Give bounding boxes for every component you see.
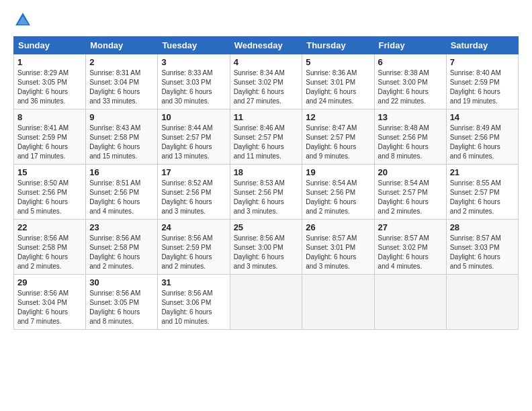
calendar-cell: 16Sunrise: 8:51 AM Sunset: 2:56 PM Dayli… <box>86 165 158 220</box>
day-info: Sunrise: 8:49 AM Sunset: 2:56 PM Dayligh… <box>450 124 515 161</box>
calendar-header-row: SundayMondayTuesdayWednesdayThursdayFrid… <box>14 37 519 54</box>
weekday-header-saturday: Saturday <box>446 37 518 54</box>
day-info: Sunrise: 8:50 AM Sunset: 2:56 PM Dayligh… <box>17 179 82 216</box>
day-info: Sunrise: 8:36 AM Sunset: 3:01 PM Dayligh… <box>306 68 370 106</box>
day-info: Sunrise: 8:57 AM Sunset: 3:01 PM Dayligh… <box>306 234 370 271</box>
calendar-cell: 8Sunrise: 8:41 AM Sunset: 2:59 PM Daylig… <box>14 109 86 165</box>
day-info: Sunrise: 8:52 AM Sunset: 2:56 PM Dayligh… <box>161 179 226 216</box>
calendar-cell: 5Sunrise: 8:36 AM Sunset: 3:01 PM Daylig… <box>302 54 374 109</box>
calendar-cell: 22Sunrise: 8:56 AM Sunset: 2:58 PM Dayli… <box>14 220 86 275</box>
calendar-cell: 14Sunrise: 8:49 AM Sunset: 2:56 PM Dayli… <box>446 109 518 165</box>
day-number: 15 <box>17 167 82 177</box>
day-number: 7 <box>450 57 515 67</box>
day-info: Sunrise: 8:31 AM Sunset: 3:04 PM Dayligh… <box>89 68 154 106</box>
calendar-cell: 1Sunrise: 8:29 AM Sunset: 3:05 PM Daylig… <box>14 54 86 109</box>
day-number: 13 <box>378 112 443 122</box>
day-info: Sunrise: 8:48 AM Sunset: 2:56 PM Dayligh… <box>378 124 443 161</box>
day-number: 5 <box>306 57 370 67</box>
calendar-cell: 10Sunrise: 8:44 AM Sunset: 2:57 PM Dayli… <box>158 109 230 165</box>
calendar-week-5: 29Sunrise: 8:56 AM Sunset: 3:04 PM Dayli… <box>14 275 519 330</box>
day-info: Sunrise: 8:51 AM Sunset: 2:56 PM Dayligh… <box>89 179 154 216</box>
day-info: Sunrise: 8:41 AM Sunset: 2:59 PM Dayligh… <box>17 124 82 161</box>
day-number: 26 <box>306 222 370 232</box>
calendar-cell <box>374 275 446 330</box>
day-number: 29 <box>17 277 82 287</box>
day-number: 24 <box>161 222 226 232</box>
weekday-header-friday: Friday <box>374 37 446 54</box>
day-info: Sunrise: 8:40 AM Sunset: 2:59 PM Dayligh… <box>450 68 515 106</box>
day-number: 2 <box>89 57 154 67</box>
calendar-cell: 21Sunrise: 8:55 AM Sunset: 2:57 PM Dayli… <box>446 165 518 220</box>
calendar-week-1: 1Sunrise: 8:29 AM Sunset: 3:05 PM Daylig… <box>14 54 519 109</box>
day-info: Sunrise: 8:53 AM Sunset: 2:56 PM Dayligh… <box>234 179 299 216</box>
day-number: 31 <box>161 277 226 287</box>
calendar-cell: 17Sunrise: 8:52 AM Sunset: 2:56 PM Dayli… <box>158 165 230 220</box>
calendar-week-3: 15Sunrise: 8:50 AM Sunset: 2:56 PM Dayli… <box>14 165 519 220</box>
day-info: Sunrise: 8:44 AM Sunset: 2:57 PM Dayligh… <box>161 124 226 161</box>
day-number: 25 <box>234 222 299 232</box>
day-number: 28 <box>450 222 515 232</box>
day-info: Sunrise: 8:34 AM Sunset: 3:02 PM Dayligh… <box>234 68 299 106</box>
day-info: Sunrise: 8:56 AM Sunset: 3:05 PM Dayligh… <box>89 289 154 326</box>
logo-icon <box>13 11 32 30</box>
calendar-cell: 20Sunrise: 8:54 AM Sunset: 2:57 PM Dayli… <box>374 165 446 220</box>
day-number: 21 <box>450 167 515 177</box>
day-number: 23 <box>89 222 154 232</box>
calendar-cell <box>446 275 518 330</box>
day-info: Sunrise: 8:56 AM Sunset: 3:06 PM Dayligh… <box>161 289 226 326</box>
day-number: 3 <box>161 57 226 67</box>
day-number: 8 <box>17 112 82 122</box>
calendar-cell: 9Sunrise: 8:43 AM Sunset: 2:58 PM Daylig… <box>86 109 158 165</box>
day-number: 12 <box>306 112 370 122</box>
day-number: 18 <box>234 167 299 177</box>
day-info: Sunrise: 8:56 AM Sunset: 2:58 PM Dayligh… <box>17 234 82 271</box>
calendar-cell: 12Sunrise: 8:47 AM Sunset: 2:57 PM Dayli… <box>302 109 374 165</box>
weekday-header-sunday: Sunday <box>14 37 86 54</box>
weekday-header-tuesday: Tuesday <box>158 37 230 54</box>
day-info: Sunrise: 8:57 AM Sunset: 3:02 PM Dayligh… <box>378 234 443 271</box>
day-info: Sunrise: 8:38 AM Sunset: 3:00 PM Dayligh… <box>378 68 443 106</box>
day-info: Sunrise: 8:46 AM Sunset: 2:57 PM Dayligh… <box>234 124 299 161</box>
day-info: Sunrise: 8:56 AM Sunset: 2:58 PM Dayligh… <box>89 234 154 271</box>
calendar-cell: 7Sunrise: 8:40 AM Sunset: 2:59 PM Daylig… <box>446 54 518 109</box>
calendar-cell: 11Sunrise: 8:46 AM Sunset: 2:57 PM Dayli… <box>230 109 302 165</box>
calendar-table: SundayMondayTuesdayWednesdayThursdayFrid… <box>13 36 519 330</box>
calendar-cell: 27Sunrise: 8:57 AM Sunset: 3:02 PM Dayli… <box>374 220 446 275</box>
calendar-cell: 6Sunrise: 8:38 AM Sunset: 3:00 PM Daylig… <box>374 54 446 109</box>
day-info: Sunrise: 8:29 AM Sunset: 3:05 PM Dayligh… <box>17 68 82 106</box>
day-number: 14 <box>450 112 515 122</box>
day-number: 22 <box>17 222 82 232</box>
day-info: Sunrise: 8:54 AM Sunset: 2:56 PM Dayligh… <box>306 179 370 216</box>
weekday-header-monday: Monday <box>86 37 158 54</box>
day-info: Sunrise: 8:55 AM Sunset: 2:57 PM Dayligh… <box>450 179 515 216</box>
calendar-cell: 3Sunrise: 8:33 AM Sunset: 3:03 PM Daylig… <box>158 54 230 109</box>
calendar-cell: 31Sunrise: 8:56 AM Sunset: 3:06 PM Dayli… <box>158 275 230 330</box>
day-info: Sunrise: 8:56 AM Sunset: 2:59 PM Dayligh… <box>161 234 226 271</box>
day-number: 11 <box>234 112 299 122</box>
day-number: 19 <box>306 167 370 177</box>
day-info: Sunrise: 8:47 AM Sunset: 2:57 PM Dayligh… <box>306 124 370 161</box>
day-info: Sunrise: 8:54 AM Sunset: 2:57 PM Dayligh… <box>378 179 443 216</box>
day-number: 20 <box>378 167 443 177</box>
day-info: Sunrise: 8:56 AM Sunset: 3:04 PM Dayligh… <box>17 289 82 326</box>
calendar-cell: 28Sunrise: 8:57 AM Sunset: 3:03 PM Dayli… <box>446 220 518 275</box>
day-number: 17 <box>161 167 226 177</box>
logo <box>13 11 35 30</box>
calendar-cell: 18Sunrise: 8:53 AM Sunset: 2:56 PM Dayli… <box>230 165 302 220</box>
calendar-cell <box>302 275 374 330</box>
day-number: 9 <box>89 112 154 122</box>
calendar-cell: 4Sunrise: 8:34 AM Sunset: 3:02 PM Daylig… <box>230 54 302 109</box>
day-info: Sunrise: 8:57 AM Sunset: 3:03 PM Dayligh… <box>450 234 515 271</box>
calendar-cell <box>230 275 302 330</box>
calendar-cell: 25Sunrise: 8:56 AM Sunset: 3:00 PM Dayli… <box>230 220 302 275</box>
calendar-page: SundayMondayTuesdayWednesdayThursdayFrid… <box>0 0 532 336</box>
calendar-cell: 2Sunrise: 8:31 AM Sunset: 3:04 PM Daylig… <box>86 54 158 109</box>
calendar-cell: 15Sunrise: 8:50 AM Sunset: 2:56 PM Dayli… <box>14 165 86 220</box>
day-info: Sunrise: 8:56 AM Sunset: 3:00 PM Dayligh… <box>234 234 299 271</box>
day-number: 6 <box>378 57 443 67</box>
calendar-cell: 19Sunrise: 8:54 AM Sunset: 2:56 PM Dayli… <box>302 165 374 220</box>
day-info: Sunrise: 8:43 AM Sunset: 2:58 PM Dayligh… <box>89 124 154 161</box>
calendar-cell: 13Sunrise: 8:48 AM Sunset: 2:56 PM Dayli… <box>374 109 446 165</box>
calendar-cell: 23Sunrise: 8:56 AM Sunset: 2:58 PM Dayli… <box>86 220 158 275</box>
header <box>13 11 519 30</box>
